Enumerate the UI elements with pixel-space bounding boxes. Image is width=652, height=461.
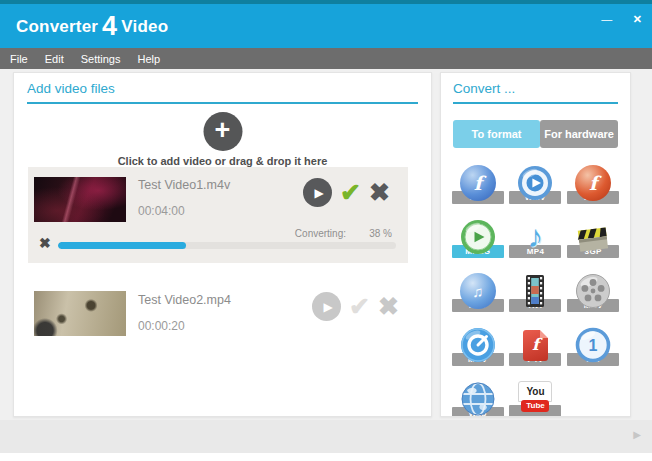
flv-icon: f bbox=[460, 165, 496, 201]
format-f4v[interactable]: f F4V bbox=[507, 327, 563, 366]
progress-bar bbox=[58, 242, 396, 249]
video1-duration: 00:04:00 bbox=[138, 204, 185, 218]
video2-duration: 00:00:20 bbox=[138, 319, 185, 333]
mp4-icon: ♪ bbox=[517, 219, 553, 255]
app-title-word2: Video bbox=[121, 17, 168, 36]
remove-icon[interactable]: ✖ bbox=[369, 180, 390, 205]
play-icon-disabled: ▶ bbox=[312, 292, 341, 321]
svg-text:1: 1 bbox=[589, 337, 598, 354]
for-hardware-button[interactable]: For hardware bbox=[540, 120, 618, 148]
music-note-glyph: ♪ bbox=[528, 219, 544, 255]
rm-icon: 1 bbox=[575, 327, 611, 363]
format-3gp[interactable]: 3GP bbox=[565, 219, 621, 258]
m4v-icon: ♫ bbox=[460, 273, 496, 309]
convert-panel: Convert ... To format For hardware f FLV bbox=[440, 72, 631, 417]
drop-hint[interactable]: Click to add video or drag & drop it her… bbox=[14, 155, 431, 167]
video2-actions: ▶ ✔ ✖ bbox=[312, 292, 399, 321]
done-check-icon[interactable]: ✔ bbox=[340, 180, 361, 205]
progress-percentage: 38 % bbox=[369, 228, 392, 239]
app-title: Converter4Video bbox=[16, 11, 168, 42]
format-mp4[interactable]: ♪ MP4 bbox=[507, 219, 563, 258]
red-document-shape: f bbox=[523, 330, 548, 361]
menu-help[interactable]: Help bbox=[137, 53, 160, 65]
content-area: Add video files + Click to add video or … bbox=[0, 69, 652, 420]
bottom-bar: ▶ bbox=[0, 420, 652, 453]
to-format-button[interactable]: To format bbox=[453, 120, 540, 148]
minimize-icon[interactable]: — bbox=[601, 13, 612, 25]
app-window: Converter4Video — ✕ File Edit Settings H… bbox=[0, 0, 652, 461]
mpeg-icon bbox=[460, 219, 496, 255]
progress-bar-fill bbox=[58, 242, 186, 249]
add-video-panel: Add video files + Click to add video or … bbox=[13, 72, 432, 417]
titlebar: Converter4Video — ✕ bbox=[0, 4, 652, 48]
avi-icon bbox=[517, 273, 553, 309]
app-title-word1: Converter bbox=[16, 17, 98, 36]
plus-icon: + bbox=[215, 117, 231, 144]
menubar: File Edit Settings Help bbox=[0, 48, 652, 69]
remove-icon-disabled[interactable]: ✖ bbox=[378, 294, 399, 319]
file-item-converting: Test Video1.m4v 00:04:00 ▶ ✔ ✖ Convertin… bbox=[28, 167, 408, 263]
format-mkv[interactable]: MKV bbox=[565, 273, 621, 312]
mov-icon bbox=[460, 327, 496, 363]
menu-file[interactable]: File bbox=[10, 53, 28, 65]
format-m4v[interactable]: ♫ M4V bbox=[450, 273, 506, 312]
play-icon[interactable]: ▶ bbox=[303, 178, 332, 207]
format-mpeg-selected[interactable]: MPEG bbox=[450, 219, 506, 258]
format-grid: f FLV WMV bbox=[449, 165, 622, 417]
flash-f-glyph: f bbox=[474, 174, 482, 193]
menu-settings[interactable]: Settings bbox=[81, 53, 121, 65]
format-avi[interactable]: AVI bbox=[507, 273, 563, 312]
left-panel-title: Add video files bbox=[27, 81, 418, 104]
format-rm[interactable]: 1 RM bbox=[565, 327, 621, 366]
flash-f-glyph: f bbox=[589, 174, 597, 193]
window-controls: — ✕ bbox=[601, 9, 642, 27]
format-youtube[interactable]: You Tube bbox=[507, 381, 563, 417]
close-icon[interactable]: ✕ bbox=[633, 13, 642, 25]
youtube-you-text: You bbox=[518, 381, 552, 402]
format-mov[interactable]: MOV bbox=[450, 327, 506, 366]
add-video-button[interactable]: + bbox=[203, 112, 242, 151]
wmv-icon bbox=[517, 165, 553, 201]
format-web[interactable]: Web bbox=[450, 381, 506, 417]
done-check-icon-disabled: ✔ bbox=[349, 294, 370, 319]
mkv-icon bbox=[575, 273, 611, 309]
format-swf[interactable]: f SWF bbox=[565, 165, 621, 204]
music-notes-glyph: ♫ bbox=[472, 283, 483, 300]
app-title-number: 4 bbox=[102, 11, 117, 41]
f4v-icon: f bbox=[517, 327, 553, 363]
video2-thumbnail bbox=[34, 291, 126, 336]
scroll-right-arrow[interactable]: ▶ bbox=[633, 429, 641, 440]
convert-mode-buttons: To format For hardware bbox=[453, 120, 618, 148]
right-panel-title: Convert ... bbox=[453, 81, 618, 104]
video1-name: Test Video1.m4v bbox=[138, 178, 230, 192]
video2-name: Test Video2.mp4 bbox=[138, 293, 231, 307]
flash-f-glyph: f bbox=[532, 337, 539, 353]
menu-edit[interactable]: Edit bbox=[45, 53, 64, 65]
youtube-icon: You Tube bbox=[517, 381, 553, 412]
format-wmv[interactable]: WMV bbox=[507, 165, 563, 204]
video1-actions: ▶ ✔ ✖ bbox=[303, 178, 390, 207]
3gp-icon bbox=[575, 219, 611, 255]
video1-thumbnail bbox=[34, 177, 126, 222]
converting-label: Converting: bbox=[295, 228, 346, 239]
cancel-icon[interactable]: ✖ bbox=[39, 235, 51, 251]
youtube-tube-badge: Tube bbox=[521, 400, 549, 412]
swf-icon: f bbox=[575, 165, 611, 201]
format-flv[interactable]: f FLV bbox=[450, 165, 506, 204]
web-globe-icon bbox=[460, 381, 496, 417]
